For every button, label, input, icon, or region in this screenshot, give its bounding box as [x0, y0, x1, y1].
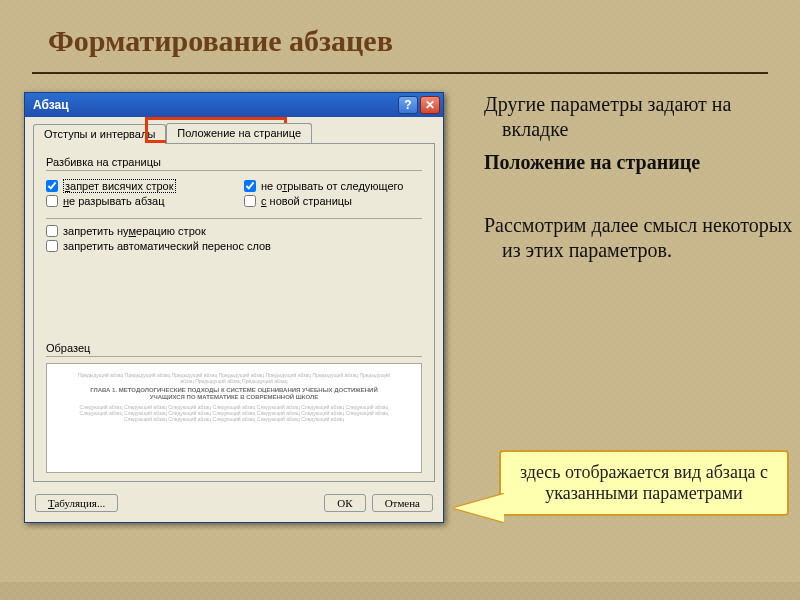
checkbox-suppress-hyphen-label: запретить автоматический перенос слов — [63, 240, 271, 252]
desc-line-2: Положение на странице — [502, 150, 794, 175]
tab-bar: Отступы и интервалы Положение на страниц… — [25, 117, 443, 143]
group-divider — [46, 170, 422, 171]
checkbox-suppress-linenum-label: запретить нумерацию строк — [63, 225, 206, 237]
checkbox-keep-together-input[interactable] — [46, 195, 58, 207]
description-block: Другие параметры задают на вкладке Полож… — [484, 92, 794, 271]
checkbox-widow-label: запрет висячих строк — [63, 180, 176, 192]
slide-divider — [32, 72, 768, 74]
checkbox-keep-with-next[interactable]: не отрывать от следующего — [244, 180, 422, 192]
group-divider-2 — [46, 218, 422, 219]
preview-filler-bottom: Следующий абзац Следующий абзац Следующи… — [73, 404, 395, 422]
checkbox-suppress-hyphen[interactable]: запретить автоматический перенос слов — [46, 240, 422, 252]
cancel-button[interactable]: Отмена — [372, 494, 433, 512]
checkbox-suppress-linenum[interactable]: запретить нумерацию строк — [46, 225, 422, 237]
checkbox-page-break-input[interactable] — [244, 195, 256, 207]
preview-label: Образец — [46, 342, 422, 354]
desc-line-1: Другие параметры задают на вкладке — [502, 92, 794, 142]
group-divider-3 — [46, 356, 422, 357]
checkbox-keep-together-label: не разрывать абзац — [63, 195, 165, 207]
slide-title: Форматирование абзацев — [0, 0, 800, 68]
close-button[interactable]: ✕ — [420, 96, 440, 114]
checkbox-keep-together[interactable]: не разрывать абзац — [46, 195, 224, 207]
preview-box: Предыдущий абзац Предыдущий абзац Предыд… — [46, 363, 422, 473]
dialog-titlebar: Абзац ? ✕ — [25, 93, 443, 117]
checkbox-keep-with-next-input[interactable] — [244, 180, 256, 192]
preview-sample-text: ГЛАВА 1. МЕТОДОЛОГИЧЕСКИЕ ПОДХОДЫ К СИСТ… — [73, 387, 395, 401]
dialog-title: Абзац — [33, 98, 69, 112]
ok-button[interactable]: ОК — [324, 494, 365, 512]
dialog-button-row: Табуляция... ОК Отмена — [25, 490, 443, 522]
help-button[interactable]: ? — [398, 96, 418, 114]
slide-footer — [0, 582, 800, 600]
checkbox-page-break-label: с новой страницы — [261, 195, 352, 207]
paragraph-dialog: Абзац ? ✕ Отступы и интервалы Положение … — [24, 92, 444, 523]
tabs-button[interactable]: Табуляция... — [35, 494, 118, 512]
callout-box: здесь отображается вид абзаца с указанны… — [499, 450, 789, 516]
desc-line-3: Рассмотрим далее смысл некоторых из этих… — [502, 213, 794, 263]
tab-position[interactable]: Положение на странице — [166, 123, 312, 143]
group-pagination-label: Разбивка на страницы — [46, 156, 422, 168]
tab-indents[interactable]: Отступы и интервалы — [33, 124, 166, 144]
tab-panel: Разбивка на страницы запрет висячих стро… — [33, 143, 435, 482]
checkbox-widow-input[interactable] — [46, 180, 58, 192]
callout: здесь отображается вид абзаца с указанны… — [499, 450, 789, 516]
checkbox-suppress-hyphen-input[interactable] — [46, 240, 58, 252]
callout-arrow-icon — [454, 494, 504, 522]
preview-filler-top: Предыдущий абзац Предыдущий абзац Предыд… — [73, 372, 395, 384]
checkbox-suppress-linenum-input[interactable] — [46, 225, 58, 237]
checkbox-widow[interactable]: запрет висячих строк — [46, 180, 224, 192]
checkbox-keep-with-next-label: не отрывать от следующего — [261, 180, 403, 192]
checkbox-page-break[interactable]: с новой страницы — [244, 195, 422, 207]
